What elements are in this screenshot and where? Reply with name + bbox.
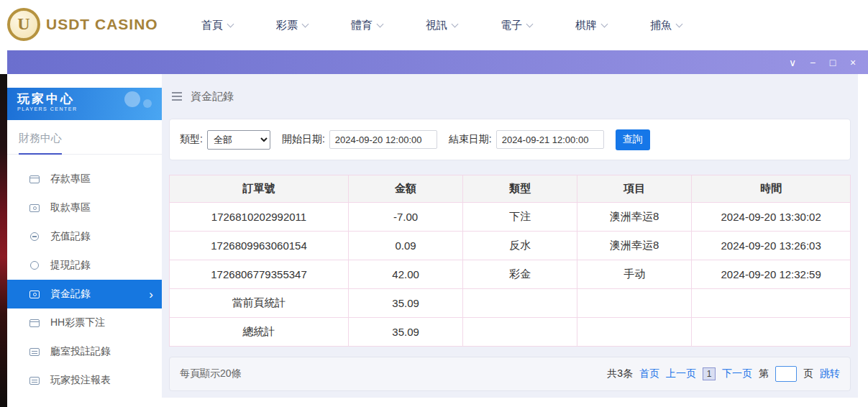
cell-type [463, 289, 577, 318]
start-date-input[interactable] [329, 130, 437, 149]
close-icon[interactable]: × [845, 55, 861, 70]
page-title: 資金記錄 [191, 90, 234, 104]
withdraw-record-icon [29, 261, 40, 270]
nav-item-label: 彩票 [276, 19, 298, 32]
cell-amount: 35.09 [349, 318, 463, 347]
section-label: 財務中心 [19, 132, 62, 144]
section-personal-center: 個人中心 [7, 395, 162, 407]
nav-item-video[interactable]: 視訊 [404, 0, 479, 50]
cell-order-no: 1726810202992011 [170, 203, 349, 232]
sidebar-item-player-bet-report[interactable]: 玩家投注報表 [7, 366, 162, 395]
sidebar-item-deposit[interactable]: 存款專區 [7, 165, 162, 193]
jump-button[interactable]: 跳转 [820, 367, 840, 380]
chevron-right-icon: › [149, 288, 153, 301]
nav-item-cards[interactable]: 棋牌 [554, 0, 629, 50]
nav-item-label: 首頁 [201, 19, 223, 32]
nav-item-label: 捕魚 [650, 19, 672, 32]
column-header-item: 項目 [577, 175, 692, 203]
chevron-down-icon [526, 20, 534, 27]
table-row-grand-total: 總統計 35.09 [170, 318, 851, 347]
nav-item-fishing[interactable]: 捕魚 [629, 0, 703, 50]
sidebar-item-label: 充值記錄 [50, 230, 91, 243]
cell-amount: 35.09 [349, 289, 463, 318]
sidebar-menu: 存款專區 取款專區 充值記錄 提現記錄 資金記錄 › HH彩票下注 [7, 155, 162, 395]
main-nav: 首頁 彩票 體育 視訊 電子 棋牌 捕魚 [180, 0, 703, 50]
chevron-down-icon [227, 20, 234, 27]
end-date-input[interactable] [496, 130, 604, 149]
recharge-record-icon [29, 232, 40, 241]
logo-letter: U [17, 14, 29, 34]
nav-item-sports[interactable]: 體育 [329, 0, 404, 50]
cell-item: 澳洲幸运8 [577, 232, 692, 260]
table-header-row: 訂單號 金額 類型 項目 時間 [170, 175, 851, 203]
sidebar-item-room-bet-records[interactable]: 廳室投註記錄 [7, 337, 162, 366]
sidebar-item-recharge-records[interactable]: 充值記錄 [7, 222, 162, 251]
window-titlebar: ∨ − □ × [7, 50, 868, 74]
funds-record-icon [29, 291, 40, 298]
deposit-icon [29, 175, 40, 183]
table-row-page-total: 當前頁統計 35.09 [170, 289, 851, 318]
type-select[interactable]: 全部 [207, 130, 270, 150]
chevron-down-icon[interactable]: ∨ [785, 55, 800, 70]
current-page-badge[interactable]: 1 [703, 367, 716, 380]
cell-item [577, 318, 692, 347]
decor-circle-icon [143, 99, 152, 108]
sidebar-subtitle: PLAYERS CENTER [17, 106, 162, 111]
cell-amount: 0.09 [349, 232, 463, 260]
column-header-amount: 金額 [349, 175, 463, 203]
search-button[interactable]: 查詢 [616, 129, 650, 150]
sidebar-item-hh-lottery-bets[interactable]: HH彩票下注 [7, 308, 162, 337]
sidebar: 玩家中心 PLAYERS CENTER 財務中心 存款專區 取款專區 充值記錄 [7, 74, 162, 407]
column-header-type: 類型 [463, 175, 577, 203]
cell-type: 彩金 [463, 260, 577, 289]
nav-item-label: 棋牌 [575, 19, 597, 32]
cell-item [577, 289, 692, 318]
table-row: 1726806779355347 42.00 彩金 手动 2024-09-20 … [170, 260, 851, 289]
cell-label: 當前頁統計 [170, 289, 349, 318]
fund-records-table: 訂單號 金額 類型 項目 時間 1726810202992011 -7.00 下… [169, 175, 851, 347]
filter-bar: 類型: 全部 開始日期: 結束日期: 查詢 [169, 119, 851, 160]
chevron-down-icon [377, 20, 384, 27]
first-page-link[interactable]: 首页 [639, 367, 659, 380]
hamburger-icon [172, 91, 183, 101]
sidebar-item-label: 資金記錄 [50, 288, 91, 301]
sidebar-item-label: 玩家投注報表 [50, 374, 111, 387]
type-filter-label: 類型: [180, 133, 203, 146]
window-content: 玩家中心 PLAYERS CENTER 財務中心 存款專區 取款專區 充值記錄 [0, 74, 868, 407]
minimize-icon[interactable]: − [805, 55, 821, 70]
next-page-link[interactable]: 下一页 [722, 367, 752, 380]
sidebar-item-withdraw[interactable]: 取款專區 [7, 193, 162, 222]
chevron-down-icon [302, 20, 309, 27]
maximize-icon[interactable]: □ [825, 55, 841, 70]
page-jump-input[interactable] [775, 366, 797, 382]
prev-page-link[interactable]: 上一页 [666, 367, 696, 380]
cell-type: 反水 [463, 232, 577, 260]
logo-text: USDT CASINO [46, 16, 158, 33]
sidebar-item-withdraw-records[interactable]: 提現記錄 [7, 251, 162, 280]
section-finance-center: 財務中心 [7, 120, 162, 155]
nav-item-home[interactable]: 首頁 [180, 0, 255, 50]
nav-item-lottery[interactable]: 彩票 [255, 0, 329, 50]
table-row: 1726810202992011 -7.00 下注 澳洲幸运8 2024-09-… [170, 203, 851, 232]
players-center-banner: 玩家中心 PLAYERS CENTER [7, 88, 162, 120]
cell-order-no: 1726806779355347 [170, 260, 349, 289]
nav-item-label: 視訊 [426, 19, 447, 32]
breadcrumb: 資金記錄 [162, 74, 858, 119]
column-header-order-no: 訂單號 [170, 175, 349, 203]
cell-item: 手动 [577, 260, 692, 289]
sidebar-item-label: 提現記錄 [50, 259, 91, 272]
total-count-text: 共3条 [607, 367, 633, 380]
column-header-time: 時間 [692, 175, 851, 203]
room-bet-record-icon [29, 348, 40, 356]
sidebar-item-label: 廳室投註記錄 [50, 345, 111, 358]
cell-label: 總統計 [170, 318, 349, 347]
background-photo-strip [0, 74, 7, 407]
cell-time: 2024-09-20 12:32:59 [692, 260, 851, 289]
logo[interactable]: U USDT CASINO [7, 8, 158, 41]
nav-item-slots[interactable]: 電子 [479, 0, 554, 50]
decor-circle-icon [124, 91, 140, 107]
chevron-down-icon [452, 20, 459, 27]
cell-item: 澳洲幸运8 [577, 203, 692, 232]
sidebar-item-fund-records[interactable]: 資金記錄 › [7, 280, 162, 308]
nav-item-label: 體育 [351, 19, 373, 32]
